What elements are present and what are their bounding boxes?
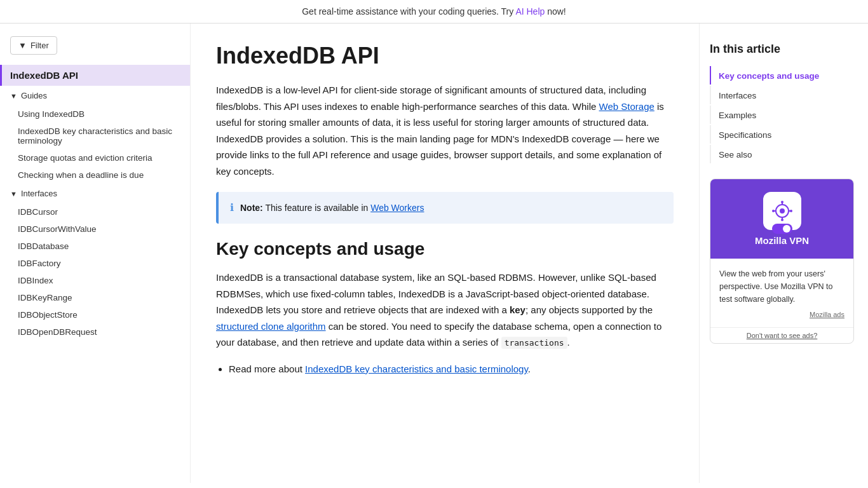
page-title: IndexedDB API: [216, 43, 674, 69]
web-workers-link[interactable]: Web Workers: [370, 203, 424, 213]
structured-clone-link[interactable]: structured clone algorithm: [216, 321, 326, 332]
right-sidebar: In this article Key concepts and usage I…: [699, 24, 864, 483]
transactions-code: transactions: [501, 337, 567, 349]
note-box: ℹ Note: This feature is available in Web…: [216, 192, 674, 224]
sidebar-item-indexeddb-api[interactable]: IndexedDB API: [0, 65, 190, 86]
key-characteristics-link[interactable]: IndexedDB key characteristics and basic …: [305, 363, 528, 374]
toc-link-key-concepts[interactable]: Key concepts and usage: [719, 71, 819, 81]
toc-link-interfaces[interactable]: Interfaces: [719, 91, 756, 100]
top-banner: Get real-time assistance with your codin…: [0, 0, 868, 24]
section-text-period: .: [567, 337, 570, 348]
sidebar-link-idbcursor[interactable]: IDBCursor: [0, 203, 190, 220]
mozilla-ads-link[interactable]: Mozilla ads: [810, 311, 844, 318]
toc-link-see-also[interactable]: See also: [719, 150, 752, 159]
sidebar-link-idbopendbquest[interactable]: IDBOpenDBRequest: [0, 323, 190, 341]
sidebar-link-using-indexeddb[interactable]: Using IndexedDB: [0, 105, 190, 123]
sidebar-link-idbdatabase[interactable]: IDBDatabase: [0, 238, 190, 255]
filter-label: Filter: [31, 41, 49, 50]
sidebar-link-idbfactory[interactable]: IDBFactory: [0, 255, 190, 272]
banner-text-after: now!: [547, 6, 566, 17]
web-storage-link[interactable]: Web Storage: [599, 101, 654, 112]
in-article-title: In this article: [710, 43, 854, 56]
sidebar-link-key-characteristics[interactable]: IndexedDB key characteristics and basic …: [0, 123, 190, 149]
note-text-before: This feature is available in: [265, 203, 370, 213]
chevron-down-icon: ▼: [10, 92, 17, 100]
intro-text-before: IndexedDB is a low-level API for client-…: [216, 85, 646, 112]
note-text: Note: This feature is available in Web W…: [240, 201, 424, 215]
bullet-text-after: .: [528, 363, 531, 374]
ad-icon-container: [763, 192, 801, 230]
sidebar-link-idbcursorwithvalue[interactable]: IDBCursorWithValue: [0, 220, 190, 238]
toc-item-examples[interactable]: Examples: [710, 105, 854, 124]
intro-text-after: is useful for storing smaller amounts of…: [216, 101, 664, 177]
svg-point-8: [772, 210, 775, 212]
main-layout: ▼ Filter IndexedDB API ▼ Guides Using In…: [0, 24, 868, 483]
filter-button[interactable]: ▼ Filter: [10, 36, 57, 55]
ad-body: View the web from your users' perspectiv…: [710, 259, 853, 327]
bullet-text-before: Read more about: [229, 363, 305, 374]
ad-toggle: [772, 224, 792, 234]
svg-point-6: [781, 201, 783, 203]
section-key-concepts-text: IndexedDB is a transactional database sy…: [216, 269, 674, 351]
mozilla-vpn-icon: [771, 200, 794, 222]
toc-list: Key concepts and usage Interfaces Exampl…: [710, 66, 854, 163]
section-key-concepts-title: Key concepts and usage: [216, 239, 674, 259]
sidebar-link-checking-deadline[interactable]: Checking when a deadline is due: [0, 166, 190, 184]
no-ads-link[interactable]: Don't want to see ads?: [747, 332, 818, 339]
ai-help-link[interactable]: AI Help: [515, 6, 545, 17]
svg-point-9: [790, 210, 792, 212]
info-icon: ℹ: [230, 201, 234, 214]
sidebar-section-guides[interactable]: ▼ Guides: [0, 86, 190, 105]
svg-point-1: [780, 208, 785, 214]
sidebar-link-storage-quotas[interactable]: Storage quotas and eviction criteria: [0, 149, 190, 166]
section-text-part2: ; any objects supported by the: [526, 304, 653, 315]
intro-paragraph: IndexedDB is a low-level API for client-…: [216, 82, 674, 179]
ad-title: Mozilla VPN: [755, 235, 809, 246]
sidebar-link-idbkeyrange[interactable]: IDBKeyRange: [0, 289, 190, 306]
chevron-down-icon-interfaces: ▼: [10, 190, 17, 198]
left-sidebar: ▼ Filter IndexedDB API ▼ Guides Using In…: [0, 24, 191, 483]
toc-item-see-also[interactable]: See also: [710, 145, 854, 163]
list-item: Read more about IndexedDB key characteri…: [229, 361, 674, 377]
ad-footer: Mozilla ads: [719, 311, 844, 318]
ad-description: View the web from your users' perspectiv…: [719, 268, 844, 306]
filter-icon: ▼: [18, 41, 27, 50]
sidebar-section-interfaces[interactable]: ▼ Interfaces: [0, 184, 190, 203]
ad-box: Mozilla VPN View the web from your users…: [710, 179, 854, 344]
toc-link-specifications[interactable]: Specifications: [719, 130, 771, 140]
ad-toggle-dot: [783, 225, 790, 233]
toc-item-interfaces[interactable]: Interfaces: [710, 86, 854, 104]
banner-text-before: Get real-time assistance with your codin…: [302, 6, 515, 17]
ad-no-ads: Don't want to see ads?: [710, 327, 853, 343]
key-keyword: key: [510, 304, 526, 315]
sidebar-link-idbobjectstore[interactable]: IDBObjectStore: [0, 306, 190, 323]
bullet-list: Read more about IndexedDB key characteri…: [229, 361, 674, 377]
svg-point-7: [781, 219, 783, 221]
toc-item-specifications[interactable]: Specifications: [710, 125, 854, 144]
toc-item-key-concepts[interactable]: Key concepts and usage: [710, 66, 854, 85]
note-label: Note:: [240, 203, 263, 213]
main-content: IndexedDB API IndexedDB is a low-level A…: [191, 24, 699, 483]
toc-link-examples[interactable]: Examples: [719, 111, 756, 120]
sidebar-link-idbindex[interactable]: IDBIndex: [0, 272, 190, 289]
ad-header: Mozilla VPN: [710, 179, 853, 259]
